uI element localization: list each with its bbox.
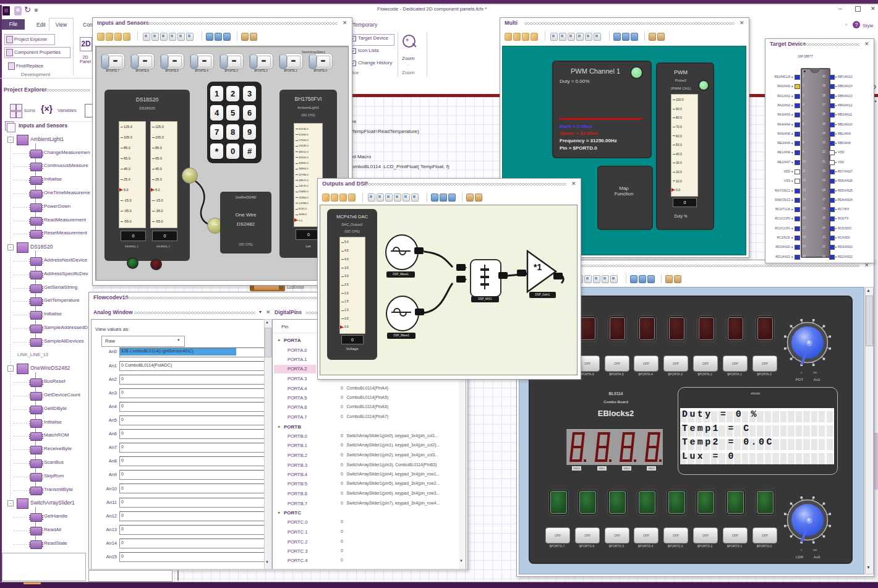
svg-text:*1: *1 [534,262,542,272]
